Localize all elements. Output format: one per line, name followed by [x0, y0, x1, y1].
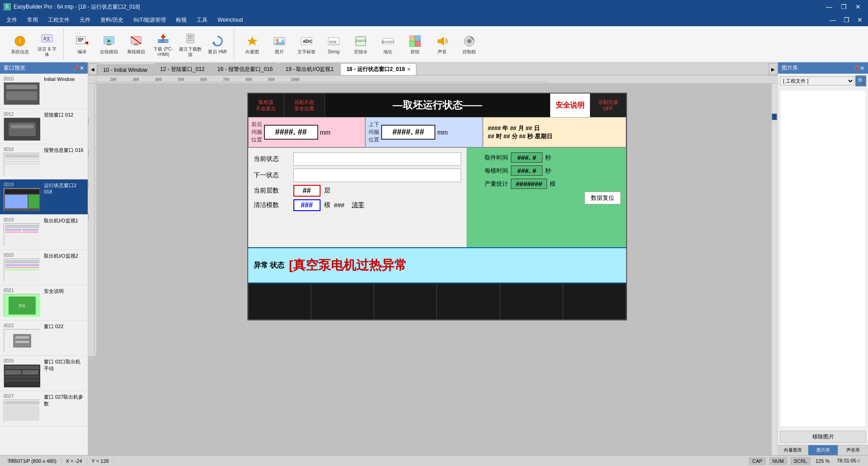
- tab-16[interactable]: 16 - 报警信息窗口_016: [212, 63, 279, 75]
- restore-button[interactable]: ❐: [837, 0, 850, 13]
- menu-iiot[interactable]: IIoT/能源管理: [129, 14, 170, 26]
- svg-rect-85: [5, 379, 39, 382]
- hmi-timer-area: 取件时间 ###. # 秒 每模时间: [467, 148, 626, 247]
- tab-19[interactable]: 19 - 取出机I/O监视1: [279, 63, 340, 75]
- address-button[interactable]: @0x001 地址: [375, 29, 401, 60]
- download-button[interactable]: PC→HMI 下载 (PC->HMI): [151, 29, 176, 60]
- hmi-servo-left-display[interactable]: ####. ##: [264, 125, 318, 140]
- tab-10[interactable]: 10 - Initial Window: [97, 65, 153, 75]
- right-panel-pin-button[interactable]: 📌: [854, 65, 859, 71]
- vector-button[interactable]: 向量图: [240, 29, 265, 60]
- right-panel-close-button[interactable]: ✕: [860, 65, 864, 71]
- hmi-next-state-field[interactable]: [293, 169, 462, 182]
- sidebar-item-0012[interactable]: 0012 登陆窗口 012: [0, 109, 88, 144]
- hmi-btn-2[interactable]: [311, 283, 374, 320]
- sidebar-thumb-0019: [4, 223, 40, 246]
- hmi-clean-value[interactable]: ###: [293, 199, 321, 211]
- hmi-btn-4[interactable]: [437, 283, 500, 320]
- sidebar-item-0021[interactable]: 0021 安全 安全说明: [0, 285, 88, 320]
- right-panel-dropdown[interactable]: [ 工程文件 ]: [780, 76, 854, 85]
- sidebar-item-0010[interactable]: 0010 Initial Window: [0, 74, 88, 109]
- toolbar-group-settings: i 系统信息 A文 语言 & 字体 设置: [4, 28, 64, 60]
- sound-button[interactable]: 声音: [429, 29, 455, 60]
- hmi-btn-3[interactable]: [374, 283, 437, 320]
- scrollbar-thumb[interactable]: [772, 113, 777, 120]
- canvas-area[interactable]: 200 300 400 500 600 700 800 900 1000: [88, 75, 778, 455]
- hmi-btn-5[interactable]: [500, 283, 563, 320]
- online-sim-button[interactable]: 在线模拟: [96, 29, 122, 60]
- right-panel-vector-tab[interactable]: 向量图库: [778, 445, 808, 455]
- minimize-button[interactable]: —: [823, 0, 835, 13]
- sidebar-item-0016[interactable]: 0016 报警信息窗口 016: [0, 144, 88, 179]
- hmi-clean-zero-button[interactable]: 清零: [352, 201, 364, 209]
- right-panel-remove-button[interactable]: 移除图片: [780, 431, 866, 443]
- menu-common[interactable]: 常用: [23, 14, 42, 26]
- menu-file[interactable]: 文件: [2, 14, 22, 26]
- sidebar-pin-button[interactable]: 📌: [73, 65, 79, 71]
- menu-close-button[interactable]: ✕: [854, 14, 866, 26]
- tabs-scroll-left-button[interactable]: ◀: [88, 63, 97, 75]
- text-label-button[interactable]: abc 文字标签: [294, 29, 319, 60]
- hmi-safety-label[interactable]: 安全说明: [550, 94, 590, 117]
- sidebar-close-button[interactable]: ✕: [80, 65, 84, 71]
- menu-history[interactable]: 资料/历史: [96, 14, 128, 26]
- hmi-btn-6[interactable]: [563, 283, 626, 320]
- sidebar: 窗口预览 📌 ✕ 0010: [0, 62, 88, 455]
- tab-12[interactable]: 12 - 登陆窗口_012: [154, 63, 211, 75]
- download-icon: PC→HMI: [156, 31, 170, 46]
- svg-rect-81: [5, 366, 39, 369]
- string-button[interactable]: xxx String: [321, 29, 346, 60]
- menu-project[interactable]: 工程文件: [43, 14, 74, 26]
- build-dl-button[interactable]: SD 建立下载数据: [178, 29, 203, 60]
- hmi-btn-1[interactable]: [248, 283, 311, 320]
- offline-sim-button[interactable]: 离线模拟: [123, 29, 149, 60]
- sidebar-item-0020[interactable]: 0020 取出机I/O监视2: [0, 250, 88, 285]
- sidebar-item-0019[interactable]: 0019 取出机: [0, 215, 88, 250]
- tab-18-close[interactable]: ✕: [407, 67, 410, 72]
- menu-restore-button[interactable]: ❐: [840, 14, 853, 26]
- sidebar-item-0022[interactable]: 0022 窗口 022: [0, 320, 88, 356]
- reboot-button[interactable]: 重启 HMI: [205, 29, 230, 60]
- menu-component[interactable]: 元件: [75, 14, 95, 26]
- hmi-pickup-value[interactable]: ###. #: [511, 152, 542, 163]
- group-button[interactable]: 群组: [402, 29, 428, 60]
- menu-tools[interactable]: 工具: [192, 14, 212, 26]
- svg-rect-24: [188, 40, 193, 41]
- svg-rect-11: [107, 44, 111, 45]
- sidebar-item-0026[interactable]: 0026 窗口: [0, 356, 88, 391]
- right-panel-image-tab[interactable]: 图片库: [808, 445, 839, 455]
- menubar: 文件 常用 工程文件 元件 资料/历史 IIoT/能源管理 检视 工具 Wein…: [0, 14, 868, 26]
- image-label: 图片: [275, 49, 284, 55]
- hmi-servo-right-label: 上下 伺服 位置: [368, 121, 379, 143]
- menu-minimize-button[interactable]: —: [826, 14, 839, 26]
- macro-button[interactable]: macro 宏指令: [348, 29, 373, 60]
- right-panel-sound-tab[interactable]: 声音库: [838, 445, 868, 455]
- sidebar-item-0027[interactable]: 0027 窗口 027取出机参数: [0, 391, 88, 426]
- sidebar-item-0018[interactable]: 0018 运行状态窗口2 018: [0, 179, 88, 215]
- menu-weincloud[interactable]: Weincloud: [213, 15, 247, 25]
- hmi-data-reset-button[interactable]: 数据复位: [585, 192, 621, 204]
- hmi-production-value[interactable]: #######: [511, 179, 547, 189]
- tab-18[interactable]: 18 - 运行状态窗口2_018 ✕: [340, 63, 416, 75]
- hmi-layer-value[interactable]: ##: [293, 185, 321, 197]
- hmi-production-row: 产量统计 ####### 模: [472, 179, 620, 189]
- image-button[interactable]: 图片: [267, 29, 292, 60]
- right-panel-search-button[interactable]: 🔍: [855, 75, 866, 86]
- sidebar-item-id-0022: 0022: [4, 323, 42, 328]
- hmi-current-state-field[interactable]: [293, 152, 462, 166]
- scrollbar-vertical[interactable]: [771, 75, 778, 455]
- sidebar-content[interactable]: 0010 Initial Window: [0, 74, 88, 455]
- control-button[interactable]: 控制权: [457, 29, 482, 60]
- status-zoom: 125 %: [816, 458, 830, 464]
- tab-16-label: 16 - 报警信息窗口_016: [217, 66, 273, 73]
- tabs-scroll-right-button[interactable]: ▶: [769, 63, 778, 75]
- vector-icon: [245, 34, 259, 48]
- close-button[interactable]: ✕: [852, 0, 864, 13]
- compile-button[interactable]: 编译: [69, 29, 94, 60]
- language-button[interactable]: A文 语言 & 字体: [34, 29, 60, 60]
- sys-info-button[interactable]: i 系统信息: [7, 29, 33, 60]
- hmi-servo-right-display[interactable]: ####. ##: [381, 125, 435, 140]
- svg-marker-25: [212, 41, 216, 44]
- menu-inspect[interactable]: 检视: [171, 14, 191, 26]
- hmi-mold-value[interactable]: ###. #: [511, 165, 542, 176]
